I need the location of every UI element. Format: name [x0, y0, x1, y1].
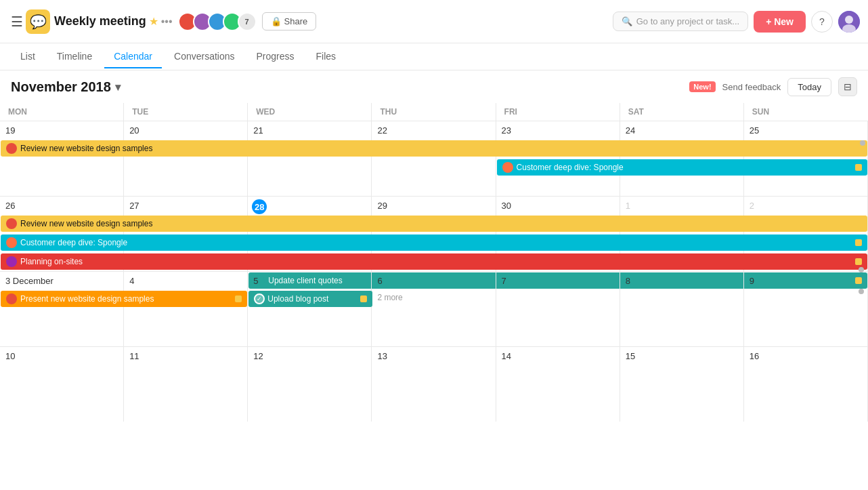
cell-dec14[interactable]: 14 — [496, 347, 620, 422]
app-icon-emoji: 💬 — [30, 14, 47, 30]
day-num-28: 28 — [252, 199, 267, 214]
cell-nov30[interactable]: 30 — [496, 197, 620, 271]
team-avatars: 7 — [178, 12, 257, 31]
cell-nov26[interactable]: 26 — [0, 197, 124, 271]
nav-tabs: List Timeline Calendar Conversations Pro… — [0, 43, 868, 70]
tab-timeline[interactable]: Timeline — [47, 45, 102, 68]
cell-dec8[interactable]: 8 — [620, 272, 744, 346]
lock-icon: 🔒 — [271, 16, 282, 26]
day-num-11: 11 — [129, 351, 139, 361]
day-num-7: 7 — [502, 276, 506, 286]
day-num-10: 10 — [5, 351, 15, 361]
cell-dec6[interactable]: 6 — [372, 272, 496, 346]
day-header-thu: Thu — [372, 103, 496, 121]
star-icon[interactable]: ★ — [149, 15, 158, 28]
cell-nov21[interactable]: 21 — [248, 121, 372, 196]
day-header-fri: Fri — [496, 103, 620, 121]
day-num-4: 4 — [129, 276, 134, 286]
day-num-30: 30 — [502, 201, 511, 211]
tab-files[interactable]: Files — [307, 45, 346, 68]
day-header-wed: Wed — [248, 103, 372, 121]
cell-dec5[interactable]: 5 — [248, 272, 372, 346]
tab-conversations[interactable]: Conversations — [165, 45, 244, 68]
cell-dec7[interactable]: 7 — [496, 272, 620, 346]
day-num-25: 25 — [750, 125, 759, 136]
day-header-tue: Tue — [124, 103, 248, 121]
day-num-22: 22 — [377, 125, 387, 136]
month-text: November 2018 — [11, 79, 111, 95]
day-headers: Mon Tue Wed Thu Fri Sat Sun — [0, 103, 868, 121]
cell-nov29[interactable]: 29 — [372, 197, 496, 271]
cell-nov23[interactable]: 23 — [496, 121, 620, 196]
share-button[interactable]: 🔒 Share — [262, 12, 317, 30]
topbar: ☰ 💬 Weekly meeting ★ ••• 7 🔒 Share 🔍 Go … — [0, 0, 868, 43]
new-button[interactable]: + New — [754, 11, 806, 33]
day-num-13: 13 — [377, 351, 387, 361]
cell-dec12[interactable]: 12 — [248, 347, 372, 422]
today-button[interactable]: Today — [787, 78, 831, 96]
avatar-count: 7 — [238, 12, 257, 31]
day-num-14: 14 — [502, 351, 511, 361]
help-button[interactable]: ? — [811, 11, 833, 33]
week-row-2: 26 27 28 29 30 1 2 Review new website de… — [0, 197, 868, 272]
project-title: Weekly meeting — [54, 14, 146, 28]
share-label: Share — [284, 16, 308, 26]
calendar-header-right: New! Send feedback Today ⊟ — [689, 77, 857, 96]
day-num-29: 29 — [377, 201, 387, 211]
calendar-body: Mon Tue Wed Thu Fri Sat Sun 19 20 21 22 … — [0, 103, 868, 422]
day-num-15: 15 — [626, 351, 635, 361]
day-num-1: 1 — [626, 201, 630, 211]
cell-nov20[interactable]: 20 — [124, 121, 248, 196]
search-bar[interactable]: 🔍 Go to any project or task... — [613, 12, 748, 31]
day-num-12: 12 — [253, 351, 263, 361]
day-num-16: 16 — [750, 351, 759, 361]
cell-dec10[interactable]: 10 — [0, 347, 124, 422]
day-num-26: 26 — [5, 201, 15, 211]
send-feedback-link[interactable]: Send feedback — [722, 82, 781, 92]
cell-nov25[interactable]: 25 — [744, 121, 868, 196]
chevron-down-icon[interactable]: ▾ — [115, 81, 121, 94]
cell-nov22[interactable]: 22 — [372, 121, 496, 196]
cell-dec13[interactable]: 13 — [372, 347, 496, 422]
app-icon: 💬 — [26, 9, 50, 34]
day-header-sun: Sun — [744, 103, 868, 121]
user-avatar[interactable] — [838, 11, 860, 33]
cell-dec3[interactable]: 3 December — [0, 272, 124, 346]
day-num-21: 21 — [253, 125, 263, 136]
day-num-6: 6 — [377, 276, 382, 286]
cell-dec2[interactable]: 2 — [744, 197, 868, 271]
day-num-2: 2 — [750, 201, 754, 211]
event-label: Upload blog post — [267, 294, 328, 304]
view-toggle-button[interactable]: ⊟ — [838, 77, 857, 96]
day-num-19: 19 — [5, 125, 15, 136]
cell-nov19[interactable]: 19 — [0, 121, 124, 196]
menu-button[interactable]: ☰ — [8, 11, 26, 33]
cell-dec11[interactable]: 11 — [124, 347, 248, 422]
cell-dec16[interactable]: 16 — [744, 347, 868, 422]
more-options-icon[interactable]: ••• — [161, 16, 173, 28]
event-badge — [360, 295, 367, 302]
cell-nov27[interactable]: 27 — [124, 197, 248, 271]
cell-nov28[interactable]: 28 — [248, 197, 372, 271]
topbar-left: ☰ 💬 Weekly meeting ★ ••• 7 🔒 Share — [8, 9, 316, 34]
tab-calendar[interactable]: Calendar — [104, 45, 162, 68]
event-upload-blog-w3[interactable]: ✓ Upload blog post — [248, 291, 372, 307]
cell-dec1[interactable]: 1 — [620, 197, 744, 271]
day-header-mon: Mon — [0, 103, 124, 121]
svg-point-1 — [845, 16, 853, 24]
tab-progress[interactable]: Progress — [247, 45, 304, 68]
week-row-3: 3 December 4 5 6 7 8 9 Present new websi… — [0, 272, 868, 347]
month-title: November 2018 ▾ — [11, 79, 121, 95]
search-icon: 🔍 — [622, 16, 632, 26]
day-num-20: 20 — [129, 125, 139, 136]
day-num-27: 27 — [129, 201, 139, 211]
week-row-1: 19 20 21 22 23 24 25 Review new website … — [0, 121, 868, 197]
cell-dec4[interactable]: 4 — [124, 272, 248, 346]
day-num-23: 23 — [502, 125, 511, 136]
tab-list[interactable]: List — [11, 45, 45, 68]
day-header-sat: Sat — [620, 103, 744, 121]
cell-dec9[interactable]: 9 — [744, 272, 868, 346]
search-placeholder: Go to any project or task... — [636, 16, 739, 26]
cell-nov24[interactable]: 24 — [620, 121, 744, 196]
cell-dec15[interactable]: 15 — [620, 347, 744, 422]
